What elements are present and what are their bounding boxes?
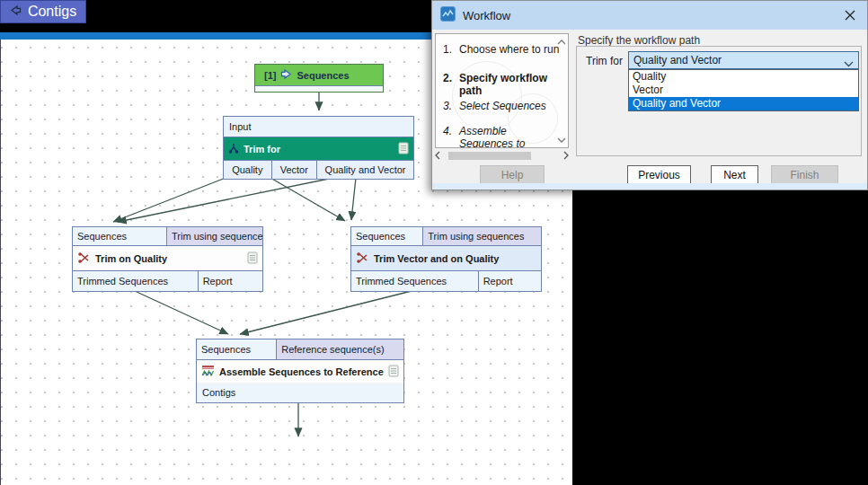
output-node-label: Contigs bbox=[28, 4, 76, 20]
dropdown-option-quality[interactable]: Quality bbox=[629, 70, 858, 84]
finish-button[interactable]: Finish bbox=[771, 165, 838, 184]
out-port-report[interactable]: Report bbox=[478, 271, 541, 291]
trim-for-combobox[interactable]: Quality and Vector bbox=[628, 51, 859, 69]
in-port-trim-using-sequences[interactable]: Trim using sequences bbox=[422, 227, 541, 245]
horizontal-scrollbar[interactable] bbox=[435, 150, 569, 162]
scroll-up-icon[interactable] bbox=[555, 36, 567, 48]
document-icon[interactable] bbox=[247, 251, 258, 266]
in-port-sequences[interactable]: Sequences bbox=[351, 227, 422, 245]
in-port-trim-using-sequences[interactable]: Trim using sequences bbox=[166, 227, 262, 245]
node-output-contigs[interactable]: Contigs bbox=[0, 0, 86, 23]
previous-button[interactable]: Previous bbox=[627, 165, 691, 184]
port-quality-and-vector[interactable]: Quality and Vector bbox=[316, 161, 413, 179]
workflow-icon bbox=[440, 6, 456, 24]
trim-on-quality-title: Trim on Quality bbox=[95, 253, 167, 264]
document-icon[interactable] bbox=[398, 142, 409, 156]
input-badge: [1] bbox=[264, 70, 276, 81]
group-box-title: Specify the workflow path bbox=[578, 34, 700, 47]
node-trim-for[interactable]: Input Trim for Quality Vector Quality an… bbox=[223, 116, 414, 180]
next-button[interactable]: Next bbox=[711, 165, 758, 184]
out-port-trimmed-sequences[interactable]: Trimmed Sequences bbox=[73, 271, 198, 291]
scrollbar-thumb[interactable] bbox=[448, 152, 531, 160]
trim-for-title: Trim for bbox=[244, 144, 280, 154]
node-input-sequences[interactable]: [1] Sequences bbox=[254, 64, 384, 93]
dialog-bottom-strip bbox=[432, 183, 867, 190]
in-port-reference-sequences[interactable]: Reference sequence(s) bbox=[276, 340, 403, 359]
port-vector[interactable]: Vector bbox=[271, 161, 317, 179]
close-icon[interactable] bbox=[840, 6, 860, 24]
dropdown-option-vector[interactable]: Vector bbox=[629, 84, 858, 97]
chevron-down-icon bbox=[844, 57, 854, 70]
workflow-wizard-dialog: Workflow 1. Choose where to run 2. Speci… bbox=[431, 0, 868, 190]
combobox-value: Quality and Vector bbox=[633, 54, 722, 66]
fork-icon bbox=[228, 143, 239, 155]
combobox-dropdown-list: Quality Vector Quality and Vector bbox=[628, 69, 859, 111]
node-trim-vector-and-quality[interactable]: Sequences Trim using sequences Trim Vect… bbox=[350, 226, 542, 292]
dropdown-option-quality-and-vector[interactable]: Quality and Vector bbox=[629, 97, 858, 110]
trim-for-input-label: Input bbox=[229, 121, 251, 132]
arrow-left-icon bbox=[10, 4, 22, 20]
in-port-sequences[interactable]: Sequences bbox=[197, 340, 276, 359]
out-port-contigs[interactable]: Contigs bbox=[197, 383, 403, 402]
dialog-title-bar[interactable]: Workflow bbox=[432, 1, 867, 30]
scroll-right-icon[interactable] bbox=[563, 150, 569, 163]
node-assemble-sequences[interactable]: Sequences Reference sequence(s) Assemble… bbox=[196, 339, 404, 403]
scissors-icon bbox=[77, 251, 91, 266]
trim-vector-title: Trim Vector and on Quality bbox=[374, 253, 499, 264]
wizard-steps-panel[interactable]: 1. Choose where to run 2. Specify workfl… bbox=[435, 33, 569, 148]
arrow-right-icon bbox=[280, 68, 292, 82]
out-port-trimmed-sequences[interactable]: Trimmed Sequences bbox=[351, 271, 478, 291]
help-button[interactable]: Help bbox=[480, 165, 545, 184]
scroll-left-icon[interactable] bbox=[435, 150, 440, 163]
assemble-title: Assemble Sequences to Reference bbox=[219, 366, 384, 377]
port-quality[interactable]: Quality bbox=[224, 161, 271, 179]
scroll-down-icon[interactable] bbox=[555, 134, 567, 146]
scissors-icon bbox=[356, 251, 369, 266]
dialog-title: Workflow bbox=[463, 9, 510, 22]
trim-for-input-port[interactable]: Input bbox=[224, 117, 413, 137]
trim-for-label: Trim for bbox=[586, 55, 623, 67]
assemble-icon bbox=[201, 365, 215, 379]
document-icon[interactable] bbox=[388, 365, 399, 379]
out-port-report[interactable]: Report bbox=[198, 271, 262, 291]
input-node-label: Sequences bbox=[297, 70, 349, 81]
input-node-output-port[interactable] bbox=[255, 85, 383, 92]
in-port-sequences[interactable]: Sequences bbox=[73, 227, 166, 245]
node-trim-on-quality[interactable]: Sequences Trim using sequences Trim on Q… bbox=[72, 226, 263, 292]
